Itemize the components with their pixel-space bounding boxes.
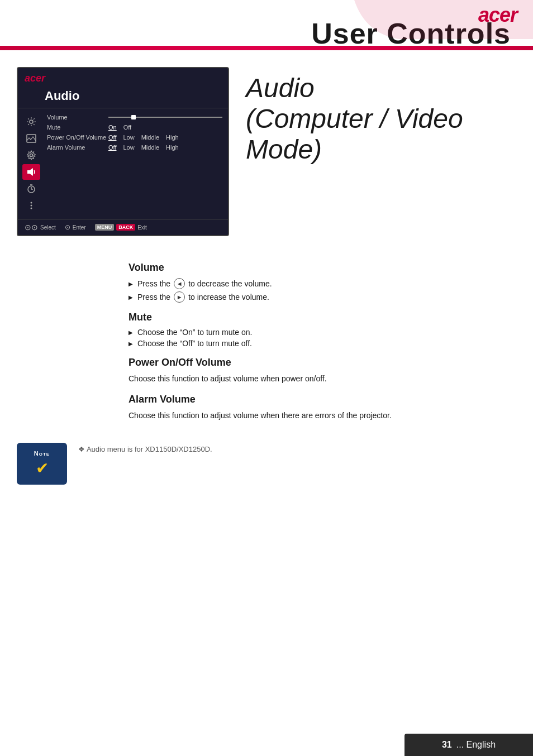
svg-point-19	[31, 208, 32, 209]
osd-row-mute: Mute On Off	[47, 124, 222, 131]
heading-volume: Volume	[129, 262, 516, 274]
osd-footer-enter: ⊙ Enter	[65, 223, 86, 231]
page-footer: 31 ... English	[404, 734, 533, 756]
left-arrow-icon: ◄	[174, 278, 185, 289]
osd-icon-timer	[22, 181, 40, 197]
osd-logo: acer	[25, 73, 45, 84]
osd-row-alarm-volume: Alarm Volume Off Low Middle High	[47, 144, 222, 151]
bullet-arrow-1: ▶	[129, 281, 133, 287]
heading-alarm-volume: Alarm Volume	[129, 394, 516, 405]
acer-logo-header: acer	[478, 3, 517, 27]
svg-line-6	[34, 124, 35, 125]
bullet-arrow-3: ▶	[129, 329, 133, 336]
note-icon: Note ✔	[17, 443, 67, 485]
content-sections: Volume ▶ Press the ◄ to decrease the vol…	[0, 247, 533, 437]
note-text: ❖ Audio menu is for XD1150D/XD1250D.	[78, 443, 516, 453]
header-bar	[0, 46, 533, 50]
osd-icon-brightness	[22, 114, 40, 130]
main-content: acer Audio	[0, 50, 533, 247]
heading-mute: Mute	[129, 312, 516, 323]
osd-menu-title: Audio	[18, 87, 228, 108]
osd-icon-image	[22, 131, 40, 146]
osd-footer-back: MENU BACK Exit	[95, 224, 147, 231]
osd-screenshot: acer Audio	[17, 67, 229, 236]
osd-footer-select: ⊙⊙ Select	[25, 223, 56, 232]
note-checkmark-icon: ✔	[36, 459, 49, 477]
osd-icon-more	[22, 198, 40, 213]
svg-line-7	[34, 118, 35, 119]
footer-language: ... English	[456, 740, 496, 750]
note-text-area: ❖ Audio menu is for XD1150D/XD1250D.	[78, 443, 516, 453]
bullet-arrow-2: ▶	[129, 294, 133, 300]
svg-point-17	[31, 202, 32, 204]
osd-icon-settings	[22, 147, 40, 163]
volume-bullet-2: ▶ Press the ► to increase the volume.	[129, 291, 516, 303]
heading-power-volume: Power On/Off Volume	[129, 357, 516, 369]
svg-marker-12	[30, 168, 33, 176]
svg-rect-11	[27, 170, 30, 174]
osd-icon-audio	[22, 164, 40, 180]
osd-row-volume: Volume	[47, 114, 222, 121]
section-big-title: Audio(Computer / VideoMode)	[246, 73, 463, 165]
volume-bullet-1: ▶ Press the ◄ to decrease the volume.	[129, 278, 516, 289]
volume-bullets: ▶ Press the ◄ to decrease the volume. ▶ …	[129, 278, 516, 303]
note-area: Note ✔ ❖ Audio menu is for XD1150D/XD125…	[0, 437, 533, 485]
note-icon-label: Note	[34, 450, 50, 457]
section-title-panel: Audio(Computer / VideoMode)	[246, 67, 516, 236]
osd-body: Volume Mute On Off	[18, 108, 228, 219]
alarm-volume-body: Choose this function to adjust volume wh…	[129, 410, 516, 422]
mute-bullet-1: ▶ Choose the “On” to turn mute on.	[129, 328, 516, 337]
osd-header: acer	[18, 68, 228, 87]
svg-point-0	[30, 120, 33, 123]
power-volume-body: Choose this function to adjust volume wh…	[129, 373, 516, 385]
osd-icons	[18, 113, 45, 214]
osd-row-power-volume: Power On/Off Volume Off Low Middle High	[47, 134, 222, 141]
svg-line-5	[28, 118, 29, 119]
osd-footer: ⊙⊙ Select ⊙ Enter MENU BACK Exit	[18, 219, 228, 235]
bullet-arrow-4: ▶	[129, 341, 133, 347]
page-number: 31	[442, 740, 452, 750]
mute-bullet-2: ▶ Choose the “Off” to turn mute off.	[129, 339, 516, 348]
mute-bullets: ▶ Choose the “On” to turn mute on. ▶ Cho…	[129, 328, 516, 348]
svg-point-18	[31, 205, 32, 207]
svg-point-10	[30, 154, 33, 157]
page-header: acer User Controls	[0, 0, 533, 50]
svg-line-8	[28, 124, 29, 125]
right-arrow-icon: ►	[174, 291, 185, 303]
osd-content-rows: Volume Mute On Off	[45, 113, 228, 214]
